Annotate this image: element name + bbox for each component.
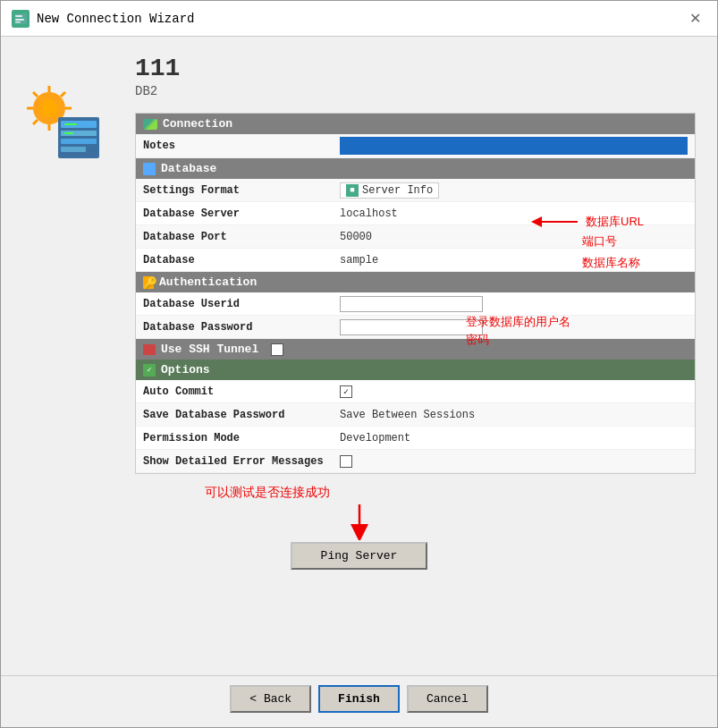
password-value [340, 319, 688, 335]
ssh-icon [143, 344, 156, 355]
error-messages-row: Show Detailed Error Messages [136, 450, 695, 473]
svg-rect-19 [64, 123, 77, 125]
db-port-row: Database Port 50000 [136, 225, 695, 249]
permission-row: Permission Mode Development [136, 427, 695, 450]
db-icon [22, 81, 103, 162]
svg-rect-18 [61, 147, 86, 152]
window-icon [12, 10, 30, 28]
auth-section-label: Authentication [159, 275, 257, 289]
save-password-text: Save Between Sessions [340, 409, 475, 421]
svg-line-12 [61, 92, 65, 97]
close-button[interactable]: ✕ [684, 8, 706, 29]
db-server-text: localhost [340, 207, 398, 220]
cancel-button[interactable]: Cancel [407, 685, 488, 713]
userid-value [340, 296, 688, 312]
auth-icon: 🔑 [143, 276, 154, 289]
form-area: Connection Notes Database [135, 113, 696, 474]
db-name-text: sample [340, 254, 378, 267]
ping-hint-text: 可以测试是否连接成功 [205, 485, 330, 499]
svg-line-13 [33, 120, 38, 124]
database-section-header: Database [136, 158, 695, 179]
connection-section-label: Connection [163, 117, 232, 131]
save-password-label: Save Database Password [143, 409, 340, 421]
form-annotation-area: Connection Notes Database [135, 113, 696, 474]
server-info-icon: ■ [346, 184, 359, 197]
auth-section-header: 🔑 Authentication [136, 272, 695, 292]
db-name-row: Database sample [136, 249, 695, 272]
svg-rect-2 [15, 19, 24, 21]
finish-button[interactable]: Finish [318, 685, 400, 713]
svg-line-10 [33, 92, 38, 97]
db-type: DB2 [135, 84, 696, 98]
db-server-value: localhost [340, 207, 688, 220]
main-window: New Connection Wizard ✕ [0, 0, 718, 728]
db-port-text: 50000 [340, 231, 372, 243]
notes-row: Notes [136, 134, 695, 158]
auto-commit-row: Auto Commit [136, 380, 695, 403]
auto-commit-label: Auto Commit [143, 385, 340, 398]
db-port-label: Database Port [143, 231, 340, 243]
password-input[interactable] [340, 319, 483, 335]
connection-icon [143, 119, 157, 130]
password-row: Database Password [136, 316, 695, 339]
main-content: 111 DB2 Connection Notes [1, 37, 717, 675]
save-password-row: Save Database Password Save Between Sess… [136, 403, 695, 427]
svg-rect-20 [64, 132, 73, 134]
db-server-label: Database Server [143, 207, 340, 220]
title-bar: New Connection Wizard ✕ [1, 1, 717, 37]
error-messages-checkbox[interactable] [340, 455, 352, 468]
svg-point-5 [40, 99, 58, 117]
database-section-label: Database [161, 162, 216, 175]
server-info-text: Server Info [362, 184, 433, 197]
settings-format-value: ■ Server Info [340, 182, 688, 199]
permission-value: Development [340, 432, 688, 444]
svg-rect-3 [15, 21, 21, 23]
ssh-section-label: Use SSH Tunnel [161, 343, 258, 356]
window-title: New Connection Wizard [37, 12, 194, 26]
server-info-badge[interactable]: ■ Server Info [340, 182, 439, 199]
userid-row: Database Userid [136, 292, 695, 316]
ping-server-button[interactable]: Ping Server [291, 542, 428, 570]
db-section-icon [143, 163, 156, 175]
password-label: Database Password [143, 321, 340, 334]
error-messages-value [340, 455, 688, 468]
db-name-value: sample [340, 254, 688, 267]
db-server-row: Database Server localhost [136, 202, 695, 225]
options-section-label: Options [161, 363, 210, 377]
sidebar-area [22, 55, 121, 474]
footer-buttons: < Back Finish Cancel [1, 675, 717, 727]
notes-label: Notes [143, 140, 340, 152]
error-messages-label: Show Detailed Error Messages [143, 455, 340, 468]
save-password-value: Save Between Sessions [340, 409, 688, 421]
permission-text: Development [340, 432, 410, 444]
ping-arrow [333, 504, 386, 540]
auto-commit-value [340, 385, 688, 398]
title-bar-left: New Connection Wizard [12, 10, 194, 28]
db-name-label: Database [143, 254, 340, 267]
db-port-value: 50000 [340, 231, 688, 243]
ssh-checkbox[interactable] [271, 343, 283, 356]
svg-rect-17 [61, 139, 97, 144]
userid-label: Database Userid [143, 298, 340, 310]
back-button[interactable]: < Back [230, 685, 311, 713]
connection-section-header: Connection [136, 114, 695, 134]
ping-annotation: 可以测试是否连接成功 [205, 485, 330, 501]
settings-format-label: Settings Format [143, 184, 340, 197]
permission-label: Permission Mode [143, 432, 340, 444]
settings-format-row: Settings Format ■ Server Info [136, 179, 695, 202]
userid-input[interactable] [340, 296, 483, 312]
auto-commit-checkbox[interactable] [340, 385, 352, 398]
options-section-header: ✓ Options [136, 360, 695, 380]
connection-name: 111 [135, 55, 696, 82]
ssh-section-header: Use SSH Tunnel [136, 339, 695, 360]
notes-input[interactable] [340, 137, 688, 155]
form-wrapper: 111 DB2 Connection Notes [135, 55, 696, 474]
svg-rect-1 [15, 15, 22, 17]
options-icon: ✓ [143, 364, 156, 377]
ping-area: 可以测试是否连接成功 Ping Server [44, 485, 674, 570]
bottom-section: 可以测试是否连接成功 Ping Server [22, 474, 696, 580]
notes-value [340, 137, 688, 155]
